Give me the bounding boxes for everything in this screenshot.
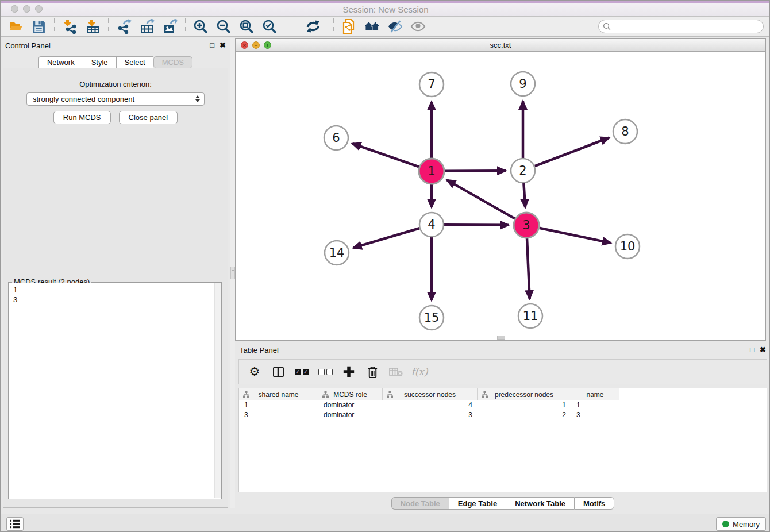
export-network-icon[interactable] xyxy=(116,19,132,34)
column-header-MCDS-role[interactable]: MCDS role xyxy=(318,388,383,400)
table-cell[interactable]: 3 xyxy=(571,410,619,420)
add-row-icon[interactable] xyxy=(341,364,356,379)
criterion-value: strongly connected component xyxy=(33,95,134,103)
tab-mcds[interactable]: MCDS xyxy=(153,56,192,68)
graph-node-1[interactable]: 1 xyxy=(419,159,444,184)
graph-edge-2-3[interactable] xyxy=(523,183,525,207)
apply-layout-icon[interactable] xyxy=(305,19,321,34)
zoom-fit-icon[interactable] xyxy=(239,19,255,34)
network-resize-grip[interactable] xyxy=(497,336,505,340)
tab-network[interactable]: Network xyxy=(38,56,83,68)
graph-edge-1-2[interactable] xyxy=(445,171,506,171)
select-stepper-icon xyxy=(195,95,200,102)
graph-node-6[interactable]: 6 xyxy=(324,126,348,150)
graph-node-8[interactable]: 8 xyxy=(613,119,637,144)
graph-node-7[interactable]: 7 xyxy=(419,72,444,97)
network-canvas[interactable]: 7968124314101511 xyxy=(236,52,765,340)
deselect-all-checkboxes-icon[interactable] xyxy=(318,364,333,379)
tab-edge-table[interactable]: Edge Table xyxy=(449,497,506,510)
table-cell[interactable]: dominator xyxy=(318,410,383,420)
float-panel-icon[interactable]: □ xyxy=(210,41,214,50)
divider-grip-icon[interactable] xyxy=(230,267,235,279)
graph-node-4[interactable]: 4 xyxy=(419,213,444,237)
sort-hierarchy-icon xyxy=(322,391,329,399)
zoom-out-icon[interactable] xyxy=(216,19,232,34)
table-row[interactable]: 1dominator411 xyxy=(239,400,767,410)
zoom-in-icon[interactable] xyxy=(193,19,209,34)
search-input[interactable] xyxy=(598,20,764,33)
column-header-name[interactable]: name xyxy=(571,388,619,400)
column-header-predecessor-nodes[interactable]: predecessor nodes xyxy=(478,388,571,400)
table-cell[interactable]: dominator xyxy=(318,400,383,410)
split-pane-divider[interactable] xyxy=(230,38,235,508)
node-table[interactable]: shared nameMCDS rolesuccessor nodesprede… xyxy=(238,388,767,492)
search-field-wrap xyxy=(598,20,764,33)
export-table-icon[interactable] xyxy=(139,19,155,34)
control-panel-tabs: NetworkStyleSelectMCDS xyxy=(1,56,230,68)
graph-node-11[interactable]: 11 xyxy=(518,304,542,328)
graph-node-2[interactable]: 2 xyxy=(511,159,535,183)
import-network-icon[interactable] xyxy=(62,19,78,34)
result-scrollbar[interactable] xyxy=(214,283,221,498)
home-view-icon[interactable] xyxy=(364,19,380,34)
tab-motifs[interactable]: Motifs xyxy=(574,497,614,510)
network-graph[interactable]: 7968124314101511 xyxy=(236,52,765,340)
node-label: 9 xyxy=(519,77,526,91)
tab-network-table[interactable]: Network Table xyxy=(506,497,574,510)
task-history-button[interactable] xyxy=(6,517,24,531)
graph-node-9[interactable]: 9 xyxy=(511,72,535,96)
close-table-panel-icon[interactable]: ✖ xyxy=(760,345,766,354)
graph-edge-3-1[interactable] xyxy=(447,180,515,218)
memory-button[interactable]: Memory xyxy=(716,517,766,531)
clone-network-icon[interactable] xyxy=(341,19,357,34)
optimization-criterion-label: Optimization criterion: xyxy=(3,80,228,88)
select-all-checkboxes-icon[interactable]: ✓✓ xyxy=(294,364,309,379)
graph-edge-1-6[interactable] xyxy=(352,144,419,167)
graph-edge-4-3[interactable] xyxy=(444,225,509,225)
column-header-successor-nodes[interactable]: successor nodes xyxy=(383,388,478,400)
tab-style[interactable]: Style xyxy=(83,56,116,68)
table-cell[interactable]: 2 xyxy=(478,410,571,420)
open-session-icon[interactable] xyxy=(8,19,24,34)
show-all-eye-icon[interactable] xyxy=(410,19,426,34)
graph-node-3[interactable]: 3 xyxy=(514,213,539,238)
table-cell[interactable]: 3 xyxy=(383,410,478,420)
export-image-icon[interactable] xyxy=(162,19,178,34)
graph-node-14[interactable]: 14 xyxy=(325,241,349,265)
table-cell[interactable]: 4 xyxy=(383,400,478,410)
node-label: 6 xyxy=(332,131,340,145)
graph-node-10[interactable]: 10 xyxy=(615,234,640,259)
close-panel-icon[interactable]: ✖ xyxy=(220,41,226,50)
table-cell[interactable]: 3 xyxy=(239,410,318,420)
node-label: 1 xyxy=(428,164,435,178)
graph-edge-3-10[interactable] xyxy=(540,228,611,243)
float-table-panel-icon[interactable]: □ xyxy=(750,345,754,354)
mcds-result-box: MCDS result (2 nodes) 1 3 xyxy=(8,282,222,499)
run-mcds-button[interactable]: Run MCDS xyxy=(53,111,111,124)
save-session-icon[interactable] xyxy=(31,19,47,34)
network-window-titlebar[interactable]: × − + scc.txt xyxy=(236,39,765,52)
table-cell[interactable]: 1 xyxy=(239,400,318,410)
show-columns-icon[interactable] xyxy=(271,364,286,379)
hide-selected-eye-icon[interactable] xyxy=(387,19,403,34)
graph-edge-2-8[interactable] xyxy=(535,138,609,166)
table-settings-icon[interactable]: ⚙ xyxy=(247,364,262,379)
tab-select[interactable]: Select xyxy=(116,56,153,68)
import-table-icon[interactable] xyxy=(85,19,101,34)
status-bar: Memory xyxy=(1,514,770,532)
close-panel-button[interactable]: Close panel xyxy=(119,111,178,124)
application-window: Session: New Session xyxy=(0,0,770,532)
table-row[interactable]: 3dominator323 xyxy=(239,410,767,420)
mcds-result-text[interactable]: 1 3 xyxy=(9,283,214,498)
graph-node-15[interactable]: 15 xyxy=(419,306,444,330)
tab-node-table[interactable]: Node Table xyxy=(391,497,449,510)
column-header-shared-name[interactable]: shared name xyxy=(239,388,318,400)
node-label: 15 xyxy=(424,311,440,325)
zoom-selected-icon[interactable] xyxy=(262,19,278,34)
graph-edge-4-14[interactable] xyxy=(353,228,419,248)
optimization-criterion-select[interactable]: strongly connected component xyxy=(26,92,205,106)
table-cell[interactable]: 1 xyxy=(571,400,619,410)
table-cell[interactable]: 1 xyxy=(478,400,571,410)
delete-row-icon[interactable] xyxy=(365,364,380,379)
graph-edge-3-11[interactable] xyxy=(527,238,530,299)
